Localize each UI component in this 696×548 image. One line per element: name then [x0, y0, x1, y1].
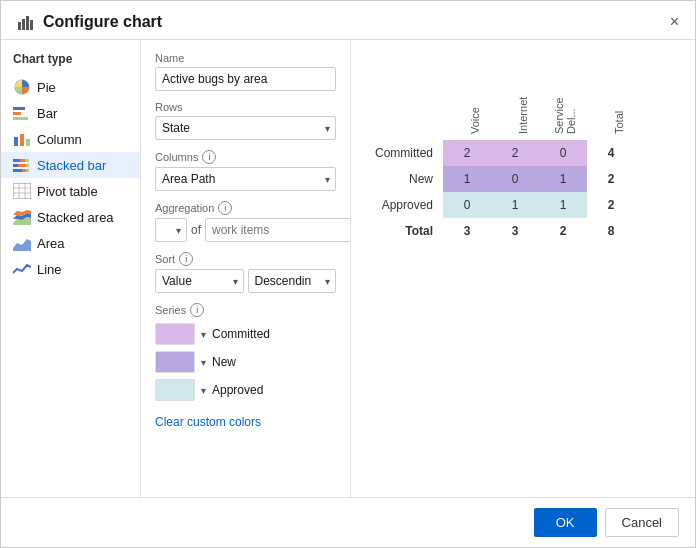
chart-type-stacked-bar[interactable]: Stacked bar [1, 152, 140, 178]
work-items-input[interactable] [205, 218, 351, 242]
close-button[interactable]: × [664, 11, 685, 33]
svg-rect-19 [26, 169, 29, 172]
area-icon [13, 235, 31, 251]
approved-chevron-icon[interactable]: ▾ [201, 385, 206, 396]
sort-row: Value ▾ Descending ▾ [155, 269, 336, 293]
chart-type-pivot[interactable]: Pivot table [1, 178, 140, 204]
chart-type-line[interactable]: Line [1, 256, 140, 282]
pivot-empty-header [365, 70, 443, 140]
columns-select-wrapper: Area Path ▾ [155, 167, 336, 191]
columns-info-icon[interactable]: i [202, 150, 216, 164]
pivot-cell-total: 3 [443, 218, 491, 244]
svg-rect-15 [18, 164, 26, 167]
pivot-cell-total: 2 [587, 166, 635, 192]
sort-label: Sort [155, 253, 175, 265]
pivot-cell-total: 2 [539, 218, 587, 244]
svg-rect-3 [30, 20, 33, 30]
sort-direction-select[interactable]: Descending [248, 269, 337, 293]
svg-rect-13 [25, 159, 29, 162]
config-panel: Name Rows State ▾ Columns i Area Path ▾ [141, 40, 351, 497]
approved-series-label: Approved [212, 383, 263, 397]
svg-rect-1 [22, 19, 25, 30]
line-label: Line [37, 262, 62, 277]
series-info-icon[interactable]: i [190, 303, 204, 317]
pivot-row-label-committed: Committed [365, 140, 443, 166]
bar-label: Bar [37, 106, 57, 121]
of-label: of [191, 223, 201, 237]
new-color-swatch[interactable] [155, 351, 195, 373]
committed-series-label: Committed [212, 327, 270, 341]
chart-type-stacked-area[interactable]: Stacked area [1, 204, 140, 230]
dialog-footer: OK Cancel [1, 497, 695, 547]
chart-type-column[interactable]: Column [1, 126, 140, 152]
columns-label: Columns [155, 151, 198, 163]
aggregation-select[interactable]: Count [155, 218, 187, 242]
rows-select[interactable]: State [155, 116, 336, 140]
pivot-cell-total: 8 [587, 218, 635, 244]
chart-type-area[interactable]: Area [1, 230, 140, 256]
chart-type-bar[interactable]: Bar [1, 100, 140, 126]
columns-select[interactable]: Area Path [155, 167, 336, 191]
ok-button[interactable]: OK [534, 508, 597, 537]
stacked-area-icon [13, 209, 31, 225]
svg-rect-0 [18, 22, 21, 30]
pivot-cell: 0 [491, 166, 539, 192]
bar-icon [13, 105, 31, 121]
line-icon [13, 261, 31, 277]
name-input[interactable] [155, 67, 336, 91]
svg-rect-10 [26, 139, 30, 146]
chart-type-panel: Chart type Pie [1, 40, 141, 497]
pivot-cell-total: 3 [491, 218, 539, 244]
table-row: Committed 2 2 0 4 [365, 140, 635, 166]
pivot-cell-total: 2 [587, 192, 635, 218]
committed-color-swatch[interactable] [155, 323, 195, 345]
rows-label: Rows [155, 101, 336, 113]
stacked-bar-label: Stacked bar [37, 158, 106, 173]
series-item-approved: ▾ Approved [155, 379, 336, 401]
pivot-cell: 2 [443, 140, 491, 166]
aggregation-label: Aggregation [155, 202, 214, 214]
new-series-label: New [212, 355, 236, 369]
approved-color-swatch[interactable] [155, 379, 195, 401]
pivot-cell-total: 4 [587, 140, 635, 166]
pivot-cell: 1 [443, 166, 491, 192]
cancel-button[interactable]: Cancel [605, 508, 679, 537]
series-item-new: ▾ New [155, 351, 336, 373]
pivot-col-total: Total [587, 70, 635, 140]
rows-select-wrapper: State ▾ [155, 116, 336, 140]
pivot-row-label-approved: Approved [365, 192, 443, 218]
aggregation-row: Count ▾ of [155, 218, 336, 242]
pivot-cell: 2 [491, 140, 539, 166]
aggregation-info-icon[interactable]: i [218, 201, 232, 215]
dialog-body: Chart type Pie [1, 40, 695, 497]
stacked-bar-icon [13, 157, 31, 173]
pivot-icon [13, 183, 31, 199]
svg-rect-5 [13, 107, 25, 110]
pie-icon [13, 79, 31, 95]
table-row-total: Total 3 3 2 8 [365, 218, 635, 244]
chart-icon [17, 13, 35, 31]
pivot-col-internet: Internet [491, 70, 539, 140]
series-section: Series i ▾ Committed ▾ New ▾ Approved [155, 303, 336, 429]
new-chevron-icon[interactable]: ▾ [201, 357, 206, 368]
svg-rect-17 [13, 169, 22, 172]
svg-rect-12 [20, 159, 25, 162]
pivot-col-service: Service Del... [539, 70, 587, 140]
sort-field-select[interactable]: Value [155, 269, 244, 293]
pivot-cell: 0 [539, 140, 587, 166]
svg-rect-6 [13, 112, 21, 115]
chart-type-pie[interactable]: Pie [1, 74, 140, 100]
stacked-area-label: Stacked area [37, 210, 114, 225]
clear-custom-colors-link[interactable]: Clear custom colors [155, 415, 261, 429]
chart-type-label: Chart type [1, 52, 140, 74]
committed-chevron-icon[interactable]: ▾ [201, 329, 206, 340]
table-row: New 1 0 1 2 [365, 166, 635, 192]
preview-panel: Voice Internet Service Del... Total Comm… [351, 40, 695, 497]
pivot-row-label-new: New [365, 166, 443, 192]
sort-info-icon[interactable]: i [179, 252, 193, 266]
pivot-label: Pivot table [37, 184, 98, 199]
svg-rect-2 [26, 16, 29, 30]
pie-label: Pie [37, 80, 56, 95]
pivot-cell: 1 [539, 192, 587, 218]
dialog-header: Configure chart × [1, 1, 695, 40]
